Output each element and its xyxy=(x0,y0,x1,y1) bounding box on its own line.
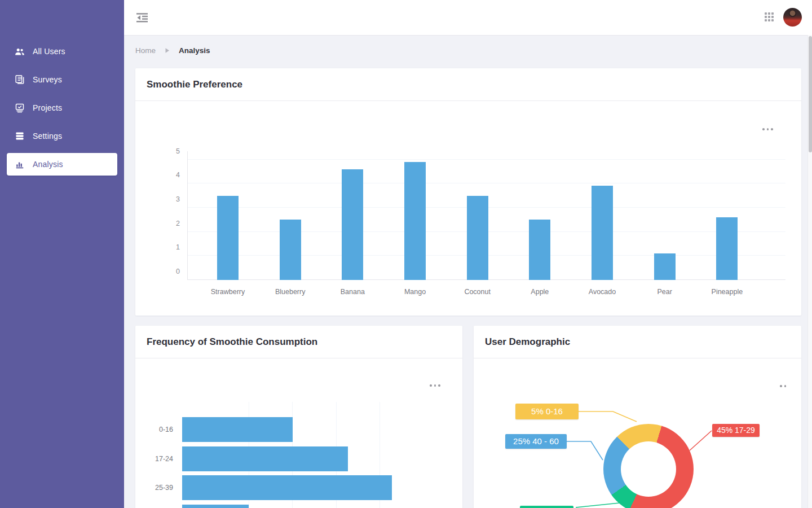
donut-label-17-29: 45% 17-29 xyxy=(712,424,760,437)
y-axis-tick-label: 1 xyxy=(154,242,180,252)
sidebar-item-projects[interactable]: Projects xyxy=(7,97,117,119)
card-title: Smoothie Preference xyxy=(147,79,242,90)
card-header: User Demographic xyxy=(474,326,801,358)
bar-apple xyxy=(529,220,550,280)
breadcrumb-home-link[interactable]: Home xyxy=(135,46,156,55)
sidebar-item-analysis[interactable]: Analysis xyxy=(7,153,117,176)
card-title: User Demographic xyxy=(485,336,570,348)
demographic-donut-chart xyxy=(603,424,694,508)
sidebar-item-settings[interactable]: Settings xyxy=(7,125,117,147)
top-bar xyxy=(124,0,812,36)
gridline xyxy=(188,159,785,160)
y-axis-tick-label: 2 xyxy=(154,218,180,229)
bar-pear xyxy=(654,253,676,280)
x-axis-category-label: Blueberry xyxy=(259,287,321,297)
sidebar-item-surveys[interactable]: Surveys xyxy=(7,68,117,91)
x-axis-category-label: Avocado xyxy=(571,287,633,297)
apps-grid-icon[interactable] xyxy=(765,12,775,23)
donut-label-0-16: 5% 0-16 xyxy=(515,404,579,419)
preference-bar-chart: 012345StrawberryBlueberryBananaMangoCoco… xyxy=(187,151,785,280)
gridline xyxy=(188,183,785,183)
bar-age-17-24 xyxy=(182,446,348,471)
x-axis-category-label: Pineapple xyxy=(696,287,758,297)
y-axis-category-label: 17-24 xyxy=(139,454,173,464)
frequency-bar-chart: 0-1617-2425-39 xyxy=(182,402,447,508)
projects-icon xyxy=(15,103,25,113)
bar-blueberry xyxy=(280,220,301,280)
y-axis-tick-label: 5 xyxy=(154,146,180,156)
bar-avocado xyxy=(592,186,613,280)
frequency-card: Frequency of Smoothie Consumption 0-1617… xyxy=(135,326,462,508)
bar-pineapple xyxy=(716,217,738,280)
page-scrollbar-thumb[interactable] xyxy=(809,36,812,152)
x-axis-category-label: Apple xyxy=(509,287,571,297)
bar-age-clipped xyxy=(182,505,249,508)
sidebar-item-label: Projects xyxy=(33,103,62,112)
smoothie-preference-card: Smoothie Preference 012345StrawberryBlue… xyxy=(135,68,801,316)
settings-icon xyxy=(15,131,25,141)
y-axis-tick-label: 0 xyxy=(154,266,180,277)
sidebar-item-label: Analysis xyxy=(33,160,63,169)
y-axis-tick-label: 4 xyxy=(154,170,180,180)
bar-strawberry xyxy=(217,196,239,280)
breadcrumb-arrow-icon xyxy=(165,47,170,54)
donut-hole xyxy=(621,441,676,497)
sidebar: All UsersSurveysProjectsSettingsAnalysis xyxy=(0,0,124,508)
sidebar-item-label: Settings xyxy=(33,132,62,141)
bar-coconut xyxy=(467,196,488,280)
y-axis-category-label: 0-16 xyxy=(139,424,173,435)
breadcrumb: Home Analysis xyxy=(135,46,210,55)
x-axis-category-label: Banana xyxy=(321,287,383,297)
card-header: Frequency of Smoothie Consumption xyxy=(135,326,462,358)
bar-age-0-16 xyxy=(182,417,293,442)
chart-menu-button[interactable] xyxy=(778,383,788,389)
donut-label-40-60: 25% 40 - 60 xyxy=(505,434,567,449)
x-axis-category-label: Pear xyxy=(634,287,696,297)
card-header: Smoothie Preference xyxy=(135,68,801,101)
sidebar-item-label: All Users xyxy=(33,47,65,56)
surveys-icon xyxy=(15,75,25,85)
donut-label-clipped xyxy=(520,506,573,508)
users-icon xyxy=(15,46,25,56)
bar-age-25-39 xyxy=(182,475,392,500)
chart-menu-button[interactable] xyxy=(427,382,443,389)
x-axis-category-label: Strawberry xyxy=(197,287,259,297)
user-avatar[interactable] xyxy=(783,8,802,27)
bar-mango xyxy=(404,162,426,280)
card-title: Frequency of Smoothie Consumption xyxy=(147,336,317,348)
breadcrumb-current: Analysis xyxy=(179,46,210,55)
sidebar-item-label: Surveys xyxy=(33,75,62,84)
dashboard-page: All UsersSurveysProjectsSettingsAnalysis… xyxy=(0,0,812,508)
x-axis-category-label: Coconut xyxy=(447,287,509,297)
bar-banana xyxy=(342,169,363,280)
y-axis-tick-label: 3 xyxy=(154,194,180,204)
chart-menu-button[interactable] xyxy=(760,126,775,133)
y-axis-category-label: 25-39 xyxy=(139,483,173,493)
x-axis-category-label: Mango xyxy=(384,287,446,297)
sidebar-item-all-users[interactable]: All Users xyxy=(7,40,117,63)
page-scrollbar-track[interactable] xyxy=(807,35,812,508)
demographic-card: User Demographic 5% 0-16 25% 40 - 60 45%… xyxy=(474,326,801,508)
collapse-sidebar-icon[interactable] xyxy=(135,11,149,24)
analysis-icon xyxy=(15,159,25,169)
